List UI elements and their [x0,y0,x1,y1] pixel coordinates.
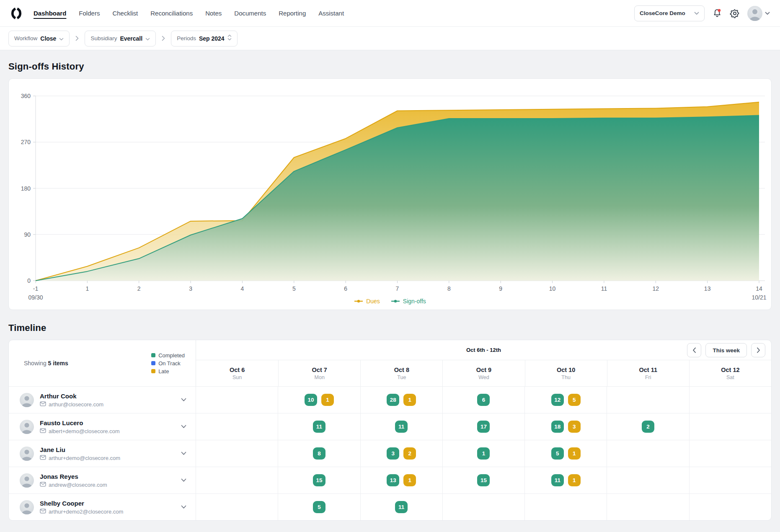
this-week-button[interactable]: This week [705,343,747,357]
svg-text:9: 9 [499,285,502,292]
app-logo-icon[interactable] [10,7,23,20]
user-email-text: albert+demo@closecore.com [49,428,120,434]
chevron-down-icon [181,478,186,482]
day-date: Oct 10 [557,367,575,373]
nav-item-reporting[interactable]: Reporting [279,10,306,17]
day-cell-oct-9 [442,494,524,520]
timeline-week-header: Oct 6th - 12th This week Oct 6SunOct 7Mo… [196,340,771,386]
user-name: Jonas Reyes [40,473,173,480]
status-label: Late [158,368,169,374]
expand-row-button[interactable] [179,423,188,430]
breadcrumb-periods-filter[interactable]: PeriodsSep 2024 [171,31,238,46]
completed-count-badge[interactable]: 2 [642,421,654,433]
nav-item-notes[interactable]: Notes [205,10,222,17]
chevron-down-icon [145,35,150,42]
settings-button[interactable] [730,8,740,18]
breadcrumb: WorkflowCloseSubsidiaryEvercallPeriodsSe… [0,27,780,50]
nav-item-assistant[interactable]: Assistant [318,10,344,17]
next-week-button[interactable] [751,343,765,357]
timeline-title: Timeline [8,323,772,333]
late-count-badge[interactable]: 1 [403,394,416,406]
completed-count-badge[interactable]: 18 [551,421,564,433]
completed-count-badge[interactable]: 17 [477,421,490,433]
day-cell-oct-10: 125 [524,387,607,413]
day-cell-oct-10: 51 [524,440,607,467]
completed-count-badge[interactable]: 12 [551,394,564,406]
day-cell-oct-10: 111 [524,467,607,493]
nav-item-documents[interactable]: Documents [234,10,266,17]
completed-count-badge[interactable]: 8 [313,447,325,460]
completed-count-badge[interactable]: 11 [395,501,408,513]
expand-row-button[interactable] [179,477,188,484]
svg-text:8: 8 [447,285,451,292]
day-cell-oct-8: 281 [360,387,442,413]
day-date: Oct 8 [394,367,409,373]
late-count-badge[interactable]: 1 [403,474,416,486]
late-count-badge[interactable]: 3 [568,421,581,433]
svg-text:12: 12 [652,285,659,292]
completed-count-badge[interactable]: 15 [477,474,490,486]
expand-row-button[interactable] [179,450,188,457]
breadcrumb-workflow-filter[interactable]: WorkflowClose [8,31,70,46]
completed-count-badge[interactable]: 13 [387,474,399,486]
svg-text:1: 1 [85,285,89,292]
nav-item-checklist[interactable]: Checklist [112,10,138,17]
envelope-icon [40,509,46,515]
chevron-down-icon [181,505,186,509]
late-count-badge[interactable]: 1 [568,474,581,486]
workspace-name: CloseCore Demo [640,10,685,16]
top-nav: DashboardFoldersChecklistReconciliations… [0,0,780,27]
completed-count-badge[interactable]: 3 [387,447,399,460]
late-count-badge[interactable]: 2 [403,447,416,460]
expand-row-button[interactable] [179,504,188,511]
day-header-oct-11: Oct 11Fri [607,360,689,386]
workspace-select[interactable]: CloseCore Demo [634,5,705,21]
completed-count-badge[interactable]: 28 [387,394,399,406]
svg-text:270: 270 [21,139,31,145]
signoffs-chart-card: 090180270360-1123456789101112131409/3010… [8,78,772,310]
avatar [20,393,34,407]
prev-week-button[interactable] [687,343,701,357]
completed-count-badge[interactable]: 11 [395,421,408,433]
chevron-down-icon [59,35,64,42]
user-menu[interactable] [747,6,770,21]
nav-item-dashboard[interactable]: Dashboard [34,10,66,17]
late-count-badge[interactable]: 1 [568,447,581,460]
late-count-badge[interactable]: 5 [568,394,581,406]
day-cell-oct-11 [607,387,689,413]
completed-count-badge[interactable]: 11 [551,474,564,486]
notification-dot [718,9,721,12]
legend-item-sign-offs[interactable]: Sign-offs [391,298,426,305]
user-info: Arthur Cookarthur@closecore.com [40,393,173,408]
completed-count-badge[interactable]: 5 [551,447,564,460]
completed-count-badge[interactable]: 15 [313,474,325,486]
day-date: Oct 6 [230,367,245,373]
nav-item-folders[interactable]: Folders [79,10,100,17]
day-cell-oct-12 [689,387,771,413]
svg-text:7: 7 [396,285,399,292]
completed-count-badge[interactable]: 1 [477,447,490,460]
day-of-week: Sat [726,374,734,380]
legend-item-dues[interactable]: Dues [354,298,380,305]
svg-text:6: 6 [344,285,347,292]
user-info: Fausto Luceroalbert+demo@closecore.com [40,419,173,434]
completed-count-badge[interactable]: 11 [313,421,325,433]
completed-count-badge[interactable]: 6 [477,394,490,406]
user-email-text: arthur@closecore.com [49,401,103,408]
day-cell-oct-6 [196,413,278,440]
status-legend-on-track: On Track [151,360,185,367]
completed-count-badge[interactable]: 10 [305,394,317,406]
day-header-oct-12: Oct 12Sat [689,360,771,386]
late-count-badge[interactable]: 1 [321,394,334,406]
nav-item-reconciliations[interactable]: Reconciliations [150,10,193,17]
table-row: Jonas Reyesandrew@closecore.com151311511… [9,467,771,493]
status-legend: CompletedOn TrackLate [151,352,185,374]
legend-marker-icon [354,298,363,305]
notifications-button[interactable] [712,8,722,18]
completed-count-badge[interactable]: 5 [313,501,325,513]
envelope-icon [40,482,46,488]
user-info: Jonas Reyesandrew@closecore.com [40,473,173,488]
avatar [20,447,34,461]
expand-row-button[interactable] [179,396,188,403]
breadcrumb-subsidiary-filter[interactable]: SubsidiaryEvercall [85,31,156,46]
